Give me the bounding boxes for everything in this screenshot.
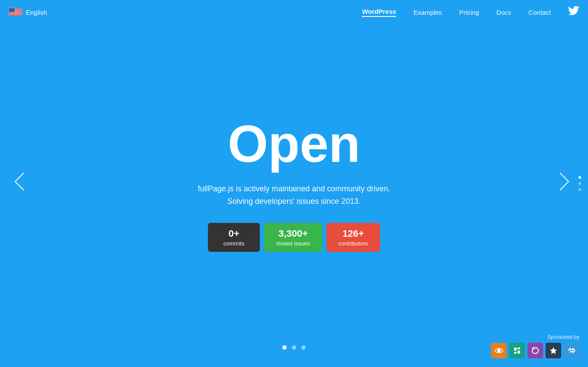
slide-desc-line2: Solving developers' issues since 2013. xyxy=(227,197,361,206)
svg-rect-23 xyxy=(518,351,520,354)
sponsored-label: Sponsored by xyxy=(547,334,579,340)
stat-contributors: 126+ contributors xyxy=(326,223,380,252)
vertical-dot-1[interactable] xyxy=(578,176,581,179)
nav-contact[interactable]: Contact xyxy=(528,9,551,16)
nav-right: WordPress Examples Pricing Docs Contact xyxy=(362,6,579,18)
nav-left: ★ ★ ★ ★ ★ ★ ★ ★ ★ ★ ★ ★ ★ ★ ★ ★ ★ ★ ★ ★ … xyxy=(9,8,362,16)
stat-contributors-number: 126+ xyxy=(342,228,364,239)
svg-rect-10 xyxy=(10,14,22,15)
slide-title: Open xyxy=(228,115,361,172)
stat-contributors-label: contributors xyxy=(339,240,368,247)
stat-closed-issues: 3,300+ closed issues xyxy=(264,223,322,252)
svg-rect-7 xyxy=(10,13,22,13)
vertical-dot-2[interactable] xyxy=(578,182,581,185)
flag-icon: ★ ★ ★ ★ ★ ★ ★ ★ ★ ★ ★ ★ ★ ★ ★ ★ ★ ★ ★ ★ … xyxy=(9,8,22,16)
nav-wordpress[interactable]: WordPress xyxy=(362,8,396,17)
navigation: ★ ★ ★ ★ ★ ★ ★ ★ ★ ★ ★ ★ ★ ★ ★ ★ ★ ★ ★ ★ … xyxy=(0,0,588,24)
main-content: Open fullPage.js is actively maintained … xyxy=(0,0,588,367)
stat-commits-number: 0+ xyxy=(228,228,239,239)
language-label[interactable]: English xyxy=(26,9,47,16)
stat-issues-label: closed issues xyxy=(276,240,310,247)
sponsor-icons-row xyxy=(491,343,579,358)
svg-point-19 xyxy=(497,349,501,352)
svg-rect-22 xyxy=(518,348,520,349)
horizontal-dots xyxy=(282,345,306,350)
sponsor-icon-5[interactable] xyxy=(564,343,579,358)
slide-description: fullPage.js is actively maintained and c… xyxy=(198,183,390,208)
stat-commits: 0+ commits xyxy=(208,223,260,252)
vertical-dot-3[interactable] xyxy=(578,188,581,191)
stat-issues-number: 3,300+ xyxy=(278,228,308,239)
nav-pricing[interactable]: Pricing xyxy=(459,9,479,16)
svg-rect-21 xyxy=(514,348,517,351)
sponsor-icon-2[interactable] xyxy=(509,343,525,358)
nav-examples[interactable]: Examples xyxy=(413,9,442,16)
svg-rect-12 xyxy=(10,16,22,16)
sponsored-section: Sponsored by xyxy=(491,334,579,358)
svg-rect-9 xyxy=(10,13,22,14)
dot-slide-2[interactable] xyxy=(292,345,296,350)
svg-rect-24 xyxy=(514,352,517,354)
dot-slide-3[interactable] xyxy=(301,345,306,350)
slide-desc-line1: fullPage.js is actively maintained and c… xyxy=(198,184,390,193)
nav-docs[interactable]: Docs xyxy=(496,9,511,16)
sponsor-icon-3[interactable] xyxy=(527,343,543,358)
stat-commits-label: commits xyxy=(224,240,244,247)
dot-slide-1[interactable] xyxy=(282,345,287,350)
sponsor-icon-1[interactable] xyxy=(491,343,507,358)
vertical-dots xyxy=(578,176,581,191)
svg-marker-25 xyxy=(550,347,557,354)
sponsor-icon-4[interactable] xyxy=(546,343,561,358)
svg-rect-8 xyxy=(10,13,22,13)
twitter-icon[interactable] xyxy=(568,6,579,18)
svg-rect-11 xyxy=(10,15,22,15)
stats-row: 0+ commits 3,300+ closed issues 126+ con… xyxy=(208,223,380,252)
next-arrow[interactable] xyxy=(553,167,575,201)
